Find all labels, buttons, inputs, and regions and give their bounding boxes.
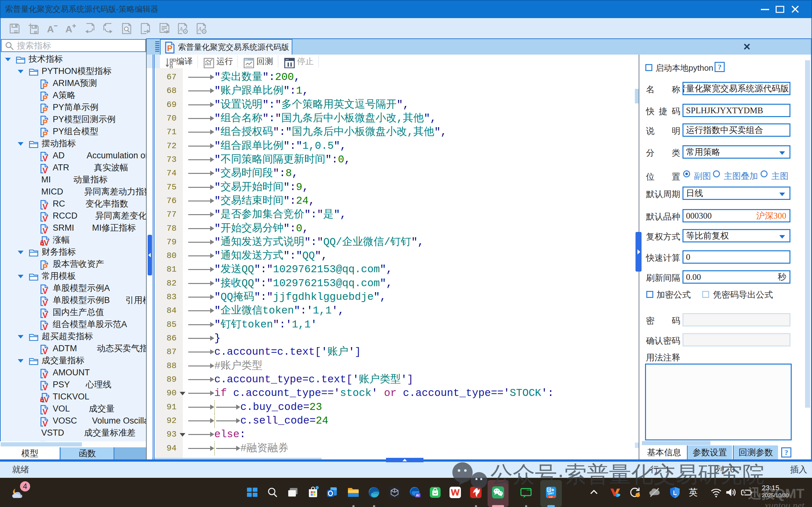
tray-sync[interactable] [629,486,641,499]
taskbar-app-cube[interactable] [388,486,401,499]
tray-cloud-off[interactable] [648,486,661,499]
usage-textarea[interactable] [645,363,792,440]
formula-settings2-icon[interactable]: A [196,23,207,34]
tree-expand-icon[interactable] [18,250,23,254]
tree-item-VSTD[interactable]: VSTD成交量标准差 [0,427,146,439]
code-line-79[interactable]: 79"通知发送方式说明":"QQ/企业微信/钉钉", [156,235,638,249]
panel-vertical-scrollbar[interactable] [805,60,810,408]
tray-wifi[interactable] [710,486,722,499]
code-line-88[interactable]: 88#账户类型 [156,359,638,373]
taskbar-app-start[interactable] [246,486,259,499]
tree-item-AD[interactable]: VADAccumulation or [0,150,146,162]
tree-item-股本营收资产[interactable]: P股本营收资产 [0,258,146,270]
tab-model[interactable]: 模型 [0,447,60,459]
code-line-89[interactable]: 89c.account_type=c.text['账户类型'] [156,373,638,387]
tree-item-TICKVOL[interactable]: VTICKVOL [0,391,146,403]
search-input[interactable]: 搜索指标 [1,39,146,52]
tab-parameters[interactable]: 参数设置 [687,445,732,459]
tree-item-PSY[interactable]: VPSY心理线 [0,379,146,391]
taskbar-app-edge[interactable] [368,486,380,499]
taskbar-app-edge-ai[interactable]: AI [409,486,421,499]
tree-item-A策略[interactable]: PA策略 [0,90,146,101]
tray-shield[interactable]: L [668,486,681,499]
taskbar-app-lightning[interactable] [470,486,482,499]
tree-item-RCCD[interactable]: VRCCD异同离差变化率 [0,210,146,222]
code-line-75[interactable]: 75"交易开始时间":9, [156,180,638,194]
radio-subchart[interactable] [683,170,690,177]
tree-item-组合模型单股示范A[interactable]: V组合模型单股示范A [0,319,146,330]
desc-input[interactable]: 运行指数中买卖组合 [683,123,791,137]
code-line-73[interactable]: 73"不同策略间隔更新时间":0, [156,153,638,167]
tree-item-RC[interactable]: VRC变化率指数 [0,198,146,210]
tree-item-ATR[interactable]: VATR真实波幅 [0,162,146,174]
tree-item-常用模板[interactable]: 常用模板 [0,270,146,282]
code-line-92[interactable]: 92c.sell_code=24 [156,414,638,428]
taskbar-app-taskview[interactable] [287,486,299,499]
tree-item-MICD[interactable]: MICD异同离差动力指数 [0,186,146,198]
radio-overlay[interactable] [713,170,720,177]
tree-horizontal-scrollbar[interactable] [0,441,146,447]
redo-icon[interactable] [103,23,114,34]
tree-expand-icon[interactable] [18,142,23,146]
taskbar-app-explorer[interactable] [347,486,360,499]
tree-item-PYTHON模型指标[interactable]: PYTHON模型指标 [0,65,146,77]
radio-mainchart[interactable] [761,170,767,177]
tree-expand-icon[interactable] [5,58,11,61]
tree-item-VOSC[interactable]: VVOSCVolume Oscilla [0,415,146,427]
refresh-input[interactable]: 0.00秒 [683,270,791,284]
tree-item-MI[interactable]: MI动量指标 [0,174,146,186]
shortcut-input[interactable]: SPLHJKJYXTYDMB [683,104,791,117]
python-help-button[interactable]: ? [714,62,725,72]
tray-vx[interactable] [609,486,621,499]
undo-icon[interactable] [84,23,95,34]
save-all-icon[interactable] [28,23,39,34]
code-line-85[interactable]: 85"钉钉token":'1,1' [156,318,638,332]
code-line-91[interactable]: 91c.buy_code=23 [156,400,638,414]
code-line-93[interactable]: 93else: [156,428,638,442]
close-button[interactable] [788,0,803,18]
tree-item-超买超卖指标[interactable]: 超买超卖指标 [0,331,146,342]
code-line-77[interactable]: 77"是否参加集合竞价":"是", [156,208,638,222]
tree-item-涨幅[interactable]: V涨幅 [0,234,146,246]
tree-item-SRMI[interactable]: VSRMIMI修正指标 [0,222,146,234]
taskbar-app-store[interactable] [307,486,319,499]
tree-expand-icon[interactable] [18,70,23,73]
code-line-68[interactable]: 68"账户跟单比例":1, [156,84,638,98]
code-line-84[interactable]: 84"企业微信token":'1,1', [156,304,638,318]
period-select[interactable]: 日线 [683,186,791,200]
name-input[interactable]: 索普量化聚宽交易系统源代码版 [683,82,791,95]
tray-chevron-up[interactable] [588,486,600,499]
panel-splitter-handle[interactable] [636,232,642,272]
tabstrip-grip[interactable] [155,41,159,53]
panel-help-button[interactable]: ? [781,447,791,457]
formula-settings-icon[interactable]: A [177,23,188,34]
taskbar-app-qmt[interactable]: 国金QMTVIP [545,486,557,499]
tray-ime[interactable]: 英 [689,486,702,499]
taskbar-app-wps[interactable] [449,486,462,499]
adjust-select[interactable]: 等比前复权 [683,229,791,242]
tray-battery[interactable] [740,486,753,499]
code-line-67[interactable]: 67"卖出数量":200, [156,70,638,84]
tree-expand-icon[interactable] [18,359,23,362]
symbol-input[interactable]: 000300沪深300 [683,209,791,222]
tree-item-AMOUNT[interactable]: VAMOUNT [0,367,146,379]
tree-item[interactable]: V [0,439,146,442]
tree-item-ADTM[interactable]: VADTM动态买卖气指标 [0,343,146,354]
taskbar-app-search[interactable] [266,486,279,499]
category-select[interactable]: 常用策略 [683,145,791,159]
maximize-button[interactable] [773,0,787,18]
import-icon[interactable] [159,23,170,34]
bottom-splitter-handle[interactable] [386,458,424,462]
export-pwd-checkbox[interactable] [702,291,709,298]
sidebar-splitter-handle[interactable] [148,235,152,275]
code-line-81[interactable]: 81"发送QQ":"1029762153@qq.com", [156,263,638,277]
export-icon[interactable] [140,23,151,34]
tree-expand-icon[interactable] [18,275,23,278]
code-line-86[interactable]: 86} [156,332,638,345]
tree-item-单股模型示例A[interactable]: V单股模型示例A [0,282,146,294]
taskbar-app-outlook[interactable] [326,486,339,499]
code-line-69[interactable]: 69"设置说明":"多个策略用英文逗号隔开", [156,98,638,112]
document-tab[interactable]: P 索普量化聚宽交易系统源代码版 [160,39,292,55]
taskbar-app-chat[interactable] [520,486,532,499]
tab-close-button[interactable] [743,42,751,51]
